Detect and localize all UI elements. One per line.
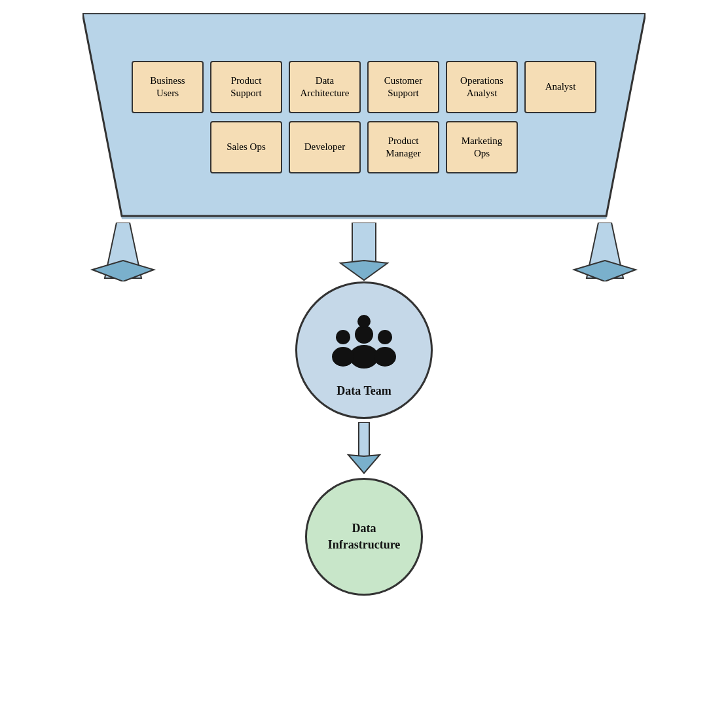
card-marketing-ops: MarketingOps bbox=[446, 121, 518, 173]
card-data-architecture: DataArchitecture bbox=[289, 61, 361, 113]
svg-point-11 bbox=[355, 325, 373, 344]
card-operations-analyst: OperationsAnalyst bbox=[446, 61, 518, 113]
funnel-row-2: Sales Ops Developer ProductManager Marke… bbox=[210, 121, 518, 173]
card-analyst: Analyst bbox=[524, 61, 596, 113]
svg-marker-7 bbox=[352, 223, 376, 265]
svg-point-16 bbox=[374, 347, 396, 367]
svg-point-15 bbox=[378, 330, 392, 344]
svg-marker-18 bbox=[359, 422, 369, 456]
svg-marker-6 bbox=[92, 261, 154, 281]
funnel-wrapper: BusinessUsers ProductSupport DataArchite… bbox=[82, 13, 646, 223]
diagram-container: BusinessUsers ProductSupport DataArchite… bbox=[0, 0, 728, 720]
funnel-row-1: BusinessUsers ProductSupport DataArchite… bbox=[132, 61, 596, 113]
card-customer-support: CustomerSupport bbox=[367, 61, 439, 113]
data-infrastructure-circle: DataInfrastructure bbox=[305, 478, 423, 596]
funnel-cards: BusinessUsers ProductSupport DataArchite… bbox=[109, 25, 619, 209]
svg-marker-8 bbox=[340, 261, 388, 280]
data-team-label: Data Team bbox=[337, 384, 391, 398]
svg-marker-19 bbox=[348, 455, 380, 473]
svg-point-13 bbox=[336, 330, 350, 344]
svg-marker-10 bbox=[574, 261, 636, 281]
svg-point-14 bbox=[332, 347, 354, 367]
card-product-support: ProductSupport bbox=[210, 61, 282, 113]
card-sales-ops: Sales Ops bbox=[210, 121, 282, 173]
card-business-users: BusinessUsers bbox=[132, 61, 204, 113]
single-down-arrow bbox=[344, 422, 384, 475]
data-infrastructure-label: DataInfrastructure bbox=[328, 520, 401, 553]
svg-point-17 bbox=[357, 315, 371, 328]
data-team-section: Data Team DataInfrastructure bbox=[295, 281, 433, 596]
data-team-circle: Data Team bbox=[295, 281, 433, 419]
card-developer: Developer bbox=[289, 121, 361, 173]
data-team-icon bbox=[325, 303, 403, 382]
three-arrows-section bbox=[82, 223, 646, 281]
card-product-manager: ProductManager bbox=[367, 121, 439, 173]
three-arrows-svg bbox=[82, 223, 646, 281]
